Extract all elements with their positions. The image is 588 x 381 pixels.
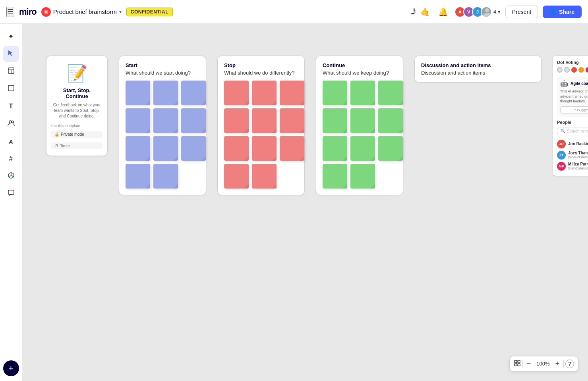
sidebar-select-button[interactable] [3,46,19,62]
sidebar-frame-button[interactable]: # [3,151,19,167]
sticky-note[interactable] [126,164,150,189]
sidebar-table-button[interactable] [3,64,19,79]
svg-rect-13 [514,360,517,363]
dot-color-1 [557,67,563,73]
sidebar-note-button[interactable] [3,81,19,97]
avatar-count[interactable]: 4 ▾ [493,9,501,15]
sidebar-people-button[interactable] [3,116,19,132]
sticky-note[interactable] [224,164,249,189]
agile-coach-icon: 🤖 [560,80,568,87]
person-item: MP Milica Patristic brandxdesign [557,161,588,172]
share-button[interactable]: 👤 Share [543,6,582,18]
start-section: Start What should we start doing? [119,56,206,195]
arrow-icon: A [9,138,13,145]
sticky-note[interactable] [126,136,150,161]
reactions-button[interactable]: 🤙 [419,6,432,18]
template-card: 📝 Start, Stop, Continue Get feedback on … [46,56,108,156]
agile-coach-title: Agile coach [571,81,588,86]
sticky-note[interactable] [323,81,347,105]
sticky-note[interactable] [126,81,150,105]
people-search-area[interactable]: 🔍 Search by name or email [557,127,588,135]
sidebar-color-button[interactable] [3,168,19,184]
sticky-note[interactable] [153,108,178,133]
color-wheel-icon [8,172,15,181]
sticky-note[interactable] [224,108,249,133]
person-name-3: Milica Patristic [568,162,588,166]
sidebar-chat-button[interactable] [3,186,19,202]
zoom-level[interactable]: 100% [534,361,552,367]
sticky-note[interactable] [153,136,178,161]
add-button[interactable]: + [3,360,19,376]
sticky-note[interactable] [280,136,304,161]
menu-button[interactable]: ☰ [6,7,14,17]
sticky-note[interactable] [252,81,277,105]
svg-rect-8 [8,85,14,91]
sticky-note[interactable] [323,136,347,161]
sticky-note[interactable] [323,164,347,189]
plus-icon: + [8,363,14,373]
svg-point-3 [484,13,491,17]
svg-point-9 [9,121,12,123]
person-name-1: Jon Raskin [568,142,588,146]
sticky-note[interactable] [350,81,375,105]
canvas[interactable]: 📝 Start, Stop, Continue Get feedback on … [22,24,588,381]
sticky-note[interactable] [280,81,304,105]
board-name-area[interactable]: M Product brief brainstorm ▾ [41,7,122,17]
sticky-note[interactable] [280,108,304,133]
sticky-note[interactable] [323,108,347,133]
dot-voting-title: Dot Voting [557,60,588,65]
sticky-note[interactable] [153,81,178,105]
discussion-section: Discussion and action items Discussion a… [414,56,542,83]
bell-icon: 🔔 [438,8,448,16]
present-button[interactable]: Present [505,6,538,18]
sticky-note[interactable] [252,136,277,161]
sticky-note[interactable] [224,81,249,105]
sticky-note[interactable] [181,81,206,105]
notifications-button[interactable]: 🔔 [437,6,450,18]
dot-color-2 [564,67,570,73]
person-info-3: Milica Patristic brandxdesign [568,162,588,170]
topbar-left: ☰ miro M Product brief brainstorm ▾ CONF… [6,7,173,17]
sticky-note[interactable] [181,108,206,133]
agile-coach-card: 🤖 Agile coach This AI advisor provides e… [557,77,588,117]
sticky-note[interactable] [350,108,375,133]
dot-color-3 [571,67,577,73]
sticky-note[interactable] [252,164,277,189]
svg-rect-15 [514,364,517,366]
dot-color-4 [578,67,584,73]
person-name-2: Joey Thanigon [568,151,588,155]
sticky-note[interactable] [181,136,206,161]
sticky-note[interactable] [350,136,375,161]
sticky-note[interactable] [252,108,277,133]
template-tag-timer[interactable]: ⏱ Timer [51,142,103,149]
music-icon-button[interactable]: 𝅗𝅥𝅘𝅥𝅯𝅗𝅥 [411,6,414,18]
sticky-note[interactable] [378,81,403,105]
sidebar-text-button[interactable]: T [3,98,19,114]
hash-frame-icon: # [9,155,13,162]
person-avatar-3: MP [557,162,566,171]
help-button[interactable]: ? [565,360,574,368]
sticky-note[interactable] [378,136,403,161]
continue-sticky-grid [323,81,397,189]
share-icon: 👤 [550,9,557,15]
stop-label: Stop [224,62,298,68]
person-avatar-1: JR [557,140,566,148]
select-cursor-icon [8,50,15,59]
zoom-out-button[interactable]: − [524,359,534,369]
zoom-in-button[interactable]: + [553,359,562,369]
sticky-note-icon [8,85,15,94]
sticky-note[interactable] [378,108,403,133]
sticky-note[interactable] [153,164,178,189]
fit-to-screen-icon[interactable] [514,360,521,368]
sticky-note[interactable] [126,108,150,133]
sticky-note[interactable] [224,136,249,161]
template-for-label: For this template [51,124,103,128]
stop-sticky-grid [224,81,298,189]
template-tag-private[interactable]: 🔒 Private mode [51,131,103,138]
svg-point-2 [485,8,489,12]
suggest-copy-button[interactable]: + Suggest next copy [560,106,588,114]
topbar-right: 𝅗𝅥𝅘𝅥𝅯𝅗𝅥 🤙 🔔 A V J 4 ▾ Present 👤 Share [411,6,582,18]
sidebar-arrow-button[interactable]: A [3,133,19,149]
sticky-note[interactable] [350,164,375,189]
sidebar-magic-button[interactable]: ✦ [3,29,19,44]
